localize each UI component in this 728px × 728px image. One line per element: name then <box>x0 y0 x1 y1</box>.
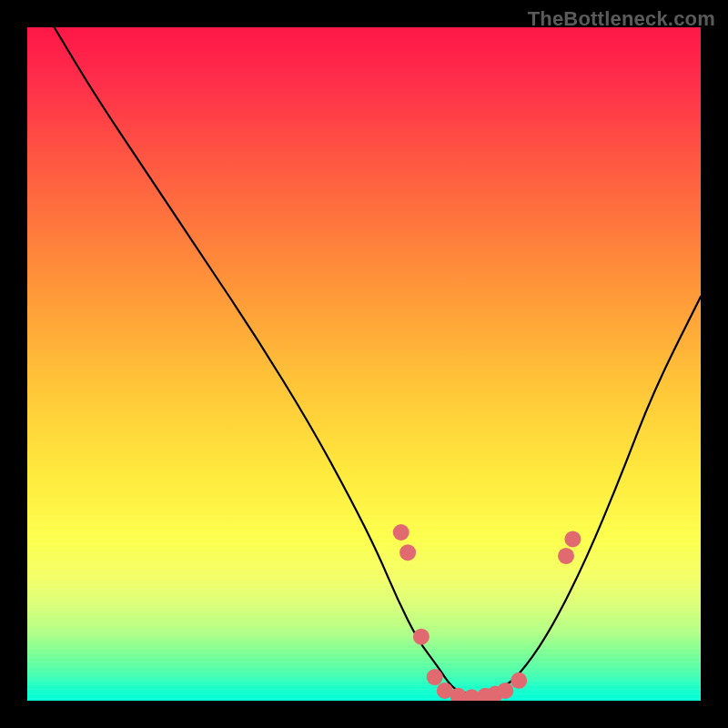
curve-svg <box>27 27 701 701</box>
highlight-point <box>511 672 527 689</box>
bottleneck-curve <box>55 27 701 694</box>
plot-area <box>27 27 701 701</box>
highlight-point <box>427 669 443 685</box>
highlight-point <box>393 524 410 541</box>
highlight-point <box>558 548 574 564</box>
chart-frame: TheBottleneck.com <box>0 0 728 728</box>
highlight-point <box>399 544 416 561</box>
highlight-point <box>564 531 581 547</box>
highlight-point <box>497 682 513 699</box>
highlight-point-group <box>393 524 581 701</box>
highlight-point <box>413 629 430 645</box>
